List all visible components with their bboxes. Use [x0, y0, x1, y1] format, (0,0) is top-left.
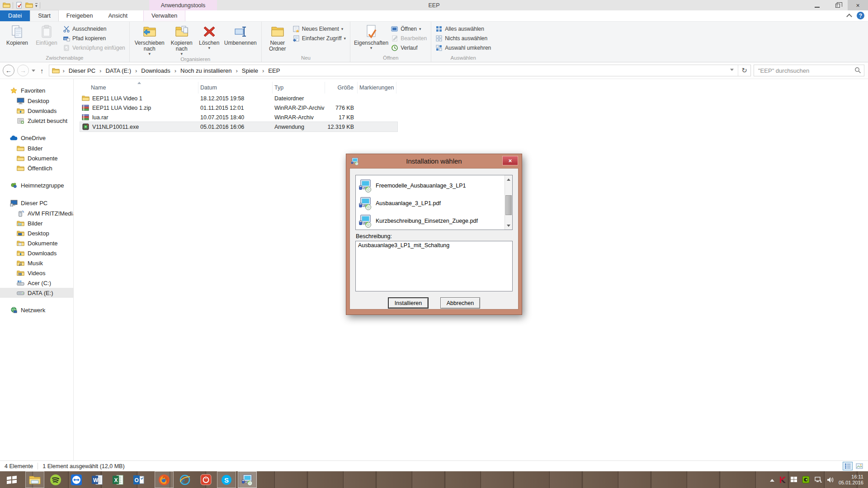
sidebar-item-desktop[interactable]: Desktop — [0, 96, 73, 106]
taskbar-excel[interactable]: X — [108, 471, 127, 488]
breadcrumb[interactable]: › Dieser PC › DATA (E:) › Downloads › No… — [49, 65, 751, 76]
scrollbar-track[interactable] — [505, 183, 512, 222]
scrollbar[interactable] — [505, 175, 512, 230]
sidebar-item-zuletzt-besucht[interactable]: Zuletzt besucht — [0, 116, 73, 126]
context-tab-anwendungstools[interactable]: Anwendungstools — [149, 0, 217, 10]
file-row-zip[interactable]: EEP11 LUA Video 1.zip 01.11.2015 12:01 W… — [80, 103, 397, 113]
tray-expand-icon[interactable] — [770, 477, 774, 482]
move-to-button[interactable]: Verschieben nach ▾ — [132, 23, 167, 56]
crumb-spiele[interactable]: Spiele — [241, 67, 259, 74]
taskbar-clock[interactable]: 16:11 05.01.2016 — [839, 474, 863, 486]
taskbar-spotify[interactable] — [46, 471, 65, 488]
sidebar-section-heimnetzgruppe[interactable]: Heimnetzgruppe — [0, 180, 73, 191]
crumb-data-e[interactable]: DATA (E:) — [104, 67, 132, 74]
back-button[interactable]: ← — [3, 65, 14, 76]
search-input[interactable] — [754, 65, 864, 76]
scroll-down-icon[interactable] — [505, 222, 512, 230]
new-item-button[interactable]: Neues Element ▾ — [291, 25, 347, 33]
dialog-titlebar[interactable]: Installation wählen × — [349, 154, 519, 168]
paste-button[interactable]: Einfügen — [32, 23, 61, 46]
crumb-downloads[interactable]: Downloads — [140, 67, 171, 74]
cancel-button[interactable]: Abbrechen — [440, 297, 480, 309]
invert-selection-button[interactable]: Auswahl umkehren — [434, 44, 492, 52]
sidebar-item-avm-fritz[interactable]: AVM FRITZ!Mediase — [0, 208, 73, 218]
tab-start[interactable]: Start — [30, 10, 58, 21]
close-button[interactable]: × — [848, 0, 868, 10]
installation-option[interactable]: Freemodelle_Ausbauanlage_3_LP1 — [359, 177, 504, 194]
refresh-icon[interactable]: ↻ — [738, 65, 750, 76]
thumbnail-view-button[interactable] — [854, 462, 864, 470]
collapse-ribbon-icon[interactable] — [847, 14, 852, 17]
sidebar-item-pc-videos[interactable]: Videos — [0, 268, 73, 278]
paste-shortcut-button[interactable]: Verknüpfung einfügen — [61, 44, 127, 52]
sidebar-item-downloads[interactable]: Downloads — [0, 106, 73, 116]
select-none-button[interactable]: Nichts auswählen — [434, 34, 492, 42]
dialog-close-button[interactable]: × — [502, 156, 518, 165]
nvidia-tray-icon[interactable] — [802, 476, 810, 483]
installation-option[interactable]: Kurzbeschreibung_Einsetzen_Zuege.pdf — [359, 212, 504, 230]
crumb-eep[interactable]: EEP — [267, 67, 281, 74]
file-row-rar[interactable]: lua.rar 10.07.2015 18:40 WinRAR-Archiv 1… — [80, 113, 397, 122]
sidebar-item-onedrive-bilder[interactable]: Bilder — [0, 143, 73, 153]
folder-icon[interactable] — [3, 2, 10, 9]
new-folder-button[interactable]: Neuer Ordner — [264, 23, 291, 52]
column-header-groesse[interactable]: Größe — [325, 82, 358, 94]
copy-to-button[interactable]: Kopieren nach ▾ — [167, 23, 196, 56]
tab-datei[interactable]: Datei — [0, 10, 30, 21]
rename-button[interactable]: Umbenennen — [222, 23, 259, 46]
sidebar-section-netzwerk[interactable]: Netzwerk — [0, 305, 73, 315]
sidebar-item-acer-c[interactable]: Acer (C:) — [0, 278, 73, 288]
sidebar-item-onedrive-dokumente[interactable]: Dokumente — [0, 153, 73, 163]
qat-customize-icon[interactable]: ▾ — [35, 3, 38, 8]
installation-option[interactable]: Ausbauanlage_3_LP1.pdf — [359, 194, 504, 212]
file-row-folder[interactable]: EEP11 LUA Video 1 18.12.2015 19:58 Datei… — [80, 94, 397, 103]
tab-freigeben[interactable]: Freigeben — [59, 10, 101, 21]
sidebar-section-favoriten[interactable]: Favoriten — [0, 85, 73, 96]
sidebar-item-data-e[interactable]: DATA (E:) — [0, 288, 73, 298]
forward-button[interactable]: → — [17, 65, 29, 76]
recent-locations-icon[interactable] — [32, 70, 35, 74]
install-button[interactable]: Installieren — [388, 297, 429, 309]
taskbar-skype[interactable]: S — [217, 471, 236, 488]
sidebar-item-pc-musik[interactable]: Musik — [0, 258, 73, 268]
select-all-button[interactable]: Alles auswählen — [434, 25, 492, 33]
delete-button[interactable]: Löschen ▾ — [197, 23, 222, 50]
copy-path-button[interactable]: W.. Pfad kopieren — [61, 34, 127, 42]
start-button[interactable] — [0, 471, 24, 488]
scroll-up-icon[interactable] — [505, 175, 512, 183]
scrollbar-thumb[interactable] — [505, 195, 512, 215]
taskbar-firefox[interactable] — [155, 471, 174, 488]
tab-ansicht[interactable]: Ansicht — [100, 10, 135, 21]
taskbar-file-explorer[interactable] — [25, 471, 44, 488]
up-button[interactable]: ↑ — [38, 67, 46, 75]
sidebar-item-pc-downloads[interactable]: Downloads — [0, 248, 73, 258]
properties-button[interactable]: Eigenschaften ▾ — [353, 23, 389, 50]
column-header-datum[interactable]: Datum — [198, 82, 273, 94]
tab-verwalten[interactable]: Verwalten — [143, 10, 185, 21]
sidebar-item-pc-desktop[interactable]: Desktop — [0, 228, 73, 238]
column-header-typ[interactable]: Typ — [273, 82, 325, 94]
taskbar-power-app[interactable] — [196, 471, 215, 488]
network-tray-icon[interactable] — [814, 476, 822, 483]
copy-button[interactable]: Kopieren — [3, 23, 32, 46]
taskbar-installer[interactable] — [238, 471, 257, 488]
history-button[interactable]: Verlauf — [390, 44, 428, 52]
taskbar-teamviewer[interactable] — [67, 471, 86, 488]
search-icon[interactable] — [854, 67, 861, 74]
taskbar-word[interactable]: W — [88, 471, 107, 488]
sidebar-section-dieser-pc[interactable]: Dieser PC — [0, 198, 73, 208]
taskbar-internet-explorer[interactable]: e — [175, 471, 194, 488]
details-view-button[interactable] — [843, 462, 853, 470]
taskbar-outlook[interactable]: O — [129, 471, 148, 488]
sidebar-section-onedrive[interactable]: OneDrive — [0, 133, 73, 143]
address-dropdown-icon[interactable] — [726, 65, 738, 76]
help-icon[interactable]: ? — [857, 12, 864, 19]
crumb-dieser-pc[interactable]: Dieser PC — [68, 67, 96, 74]
kaspersky-tray-icon[interactable] — [779, 476, 786, 483]
open-button[interactable]: Öffnen ▾ — [390, 25, 428, 33]
cut-button[interactable]: Ausschneiden — [61, 25, 127, 33]
crumb-noch-zu-installieren[interactable]: Noch zu installieren — [179, 67, 232, 74]
new-folder-icon[interactable] — [25, 2, 33, 9]
sidebar-item-pc-bilder[interactable]: Bilder — [0, 218, 73, 228]
minimize-button[interactable] — [807, 0, 827, 10]
